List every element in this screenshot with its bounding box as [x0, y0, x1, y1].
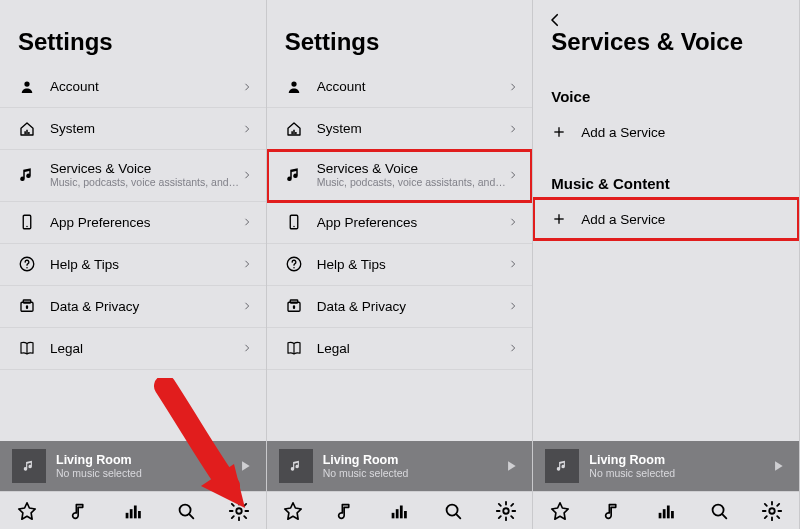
row-label: Legal: [317, 341, 509, 356]
now-playing-status: No music selected: [323, 467, 503, 479]
plus-icon: [551, 124, 567, 140]
row-label: Legal: [50, 341, 242, 356]
tab-search[interactable]: [175, 500, 197, 522]
screen-1: Settings Account System Services & Voice…: [0, 0, 267, 529]
play-icon[interactable]: [236, 457, 254, 475]
tab-music[interactable]: [69, 500, 91, 522]
tab-search[interactable]: [442, 500, 464, 522]
row-label: App Preferences: [317, 215, 509, 230]
home-icon: [18, 120, 36, 138]
row-label: Data & Privacy: [317, 299, 509, 314]
now-playing-art: [545, 449, 579, 483]
settings-list: Account System Services & Voice Music, p…: [0, 66, 266, 441]
book-icon: [285, 339, 303, 357]
music-icon: [285, 166, 303, 184]
row-app-preferences[interactable]: App Preferences: [0, 202, 266, 244]
row-account[interactable]: Account: [267, 66, 533, 108]
chevron-right-icon: [508, 216, 518, 228]
page-title: Settings: [285, 28, 515, 56]
tab-settings[interactable]: [761, 500, 783, 522]
now-playing-status: No music selected: [56, 467, 236, 479]
header: Settings: [267, 0, 533, 66]
plus-icon: [551, 211, 567, 227]
row-system[interactable]: System: [267, 108, 533, 150]
row-help-tips[interactable]: Help & Tips: [0, 244, 266, 286]
chevron-right-icon: [508, 169, 518, 181]
row-legal[interactable]: Legal: [0, 328, 266, 370]
chevron-right-icon: [242, 300, 252, 312]
row-label: Account: [50, 79, 242, 94]
row-add-music-service[interactable]: Add a Service: [533, 198, 799, 240]
music-icon: [18, 166, 36, 184]
row-sublabel: Music, podcasts, voice assistants, and m…: [317, 176, 509, 190]
row-label: System: [50, 121, 242, 136]
now-playing-room: Living Room: [323, 453, 503, 467]
chevron-right-icon: [508, 81, 518, 93]
now-playing-status: No music selected: [589, 467, 769, 479]
privacy-icon: [285, 297, 303, 315]
tab-rooms[interactable]: [655, 500, 677, 522]
privacy-icon: [18, 297, 36, 315]
row-legal[interactable]: Legal: [267, 328, 533, 370]
chevron-right-icon: [242, 216, 252, 228]
chevron-right-icon: [508, 342, 518, 354]
tab-favorites[interactable]: [16, 500, 38, 522]
tab-favorites[interactable]: [282, 500, 304, 522]
play-icon[interactable]: [769, 457, 787, 475]
tab-rooms[interactable]: [122, 500, 144, 522]
page-title: Services & Voice: [551, 28, 781, 56]
row-data-privacy[interactable]: Data & Privacy: [0, 286, 266, 328]
help-icon: [285, 255, 303, 273]
row-services-voice[interactable]: Services & Voice Music, podcasts, voice …: [267, 150, 533, 202]
row-account[interactable]: Account: [0, 66, 266, 108]
tab-music[interactable]: [602, 500, 624, 522]
chevron-right-icon: [508, 123, 518, 135]
row-label: Services & Voice: [317, 161, 509, 176]
phone-icon: [285, 213, 303, 231]
row-label: Data & Privacy: [50, 299, 242, 314]
now-playing-bar[interactable]: Living Room No music selected: [533, 441, 799, 491]
tab-rooms[interactable]: [388, 500, 410, 522]
header: Settings: [0, 0, 266, 66]
section-music-heading: Music & Content: [533, 153, 799, 198]
chevron-right-icon: [508, 300, 518, 312]
chevron-right-icon: [242, 81, 252, 93]
section-voice-heading: Voice: [533, 66, 799, 111]
header: Services & Voice: [533, 0, 799, 66]
tab-bar: [0, 491, 266, 529]
now-playing-bar[interactable]: Living Room No music selected: [267, 441, 533, 491]
help-icon: [18, 255, 36, 273]
page-title: Settings: [18, 28, 248, 56]
tab-favorites[interactable]: [549, 500, 571, 522]
row-label: Add a Service: [581, 212, 785, 227]
now-playing-art: [279, 449, 313, 483]
tab-search[interactable]: [708, 500, 730, 522]
tab-bar: [533, 491, 799, 529]
tab-music[interactable]: [335, 500, 357, 522]
row-label: System: [317, 121, 509, 136]
row-label: Help & Tips: [50, 257, 242, 272]
tab-bar: [267, 491, 533, 529]
play-icon[interactable]: [502, 457, 520, 475]
person-icon: [285, 78, 303, 96]
row-app-preferences[interactable]: App Preferences: [267, 202, 533, 244]
now-playing-bar[interactable]: Living Room No music selected: [0, 441, 266, 491]
row-label: Add a Service: [581, 125, 785, 140]
tab-settings[interactable]: [495, 500, 517, 522]
tab-settings[interactable]: [228, 500, 250, 522]
row-help-tips[interactable]: Help & Tips: [267, 244, 533, 286]
row-label: Help & Tips: [317, 257, 509, 272]
back-button[interactable]: [543, 8, 567, 32]
now-playing-room: Living Room: [56, 453, 236, 467]
book-icon: [18, 339, 36, 357]
row-add-voice-service[interactable]: Add a Service: [533, 111, 799, 153]
row-label: App Preferences: [50, 215, 242, 230]
row-services-voice[interactable]: Services & Voice Music, podcasts, voice …: [0, 150, 266, 202]
row-label: Account: [317, 79, 509, 94]
screen-2: Settings Account System Services & Voice…: [267, 0, 534, 529]
row-data-privacy[interactable]: Data & Privacy: [267, 286, 533, 328]
phone-icon: [18, 213, 36, 231]
chevron-right-icon: [242, 123, 252, 135]
row-system[interactable]: System: [0, 108, 266, 150]
screen-3: Services & Voice Voice Add a Service Mus…: [533, 0, 800, 529]
